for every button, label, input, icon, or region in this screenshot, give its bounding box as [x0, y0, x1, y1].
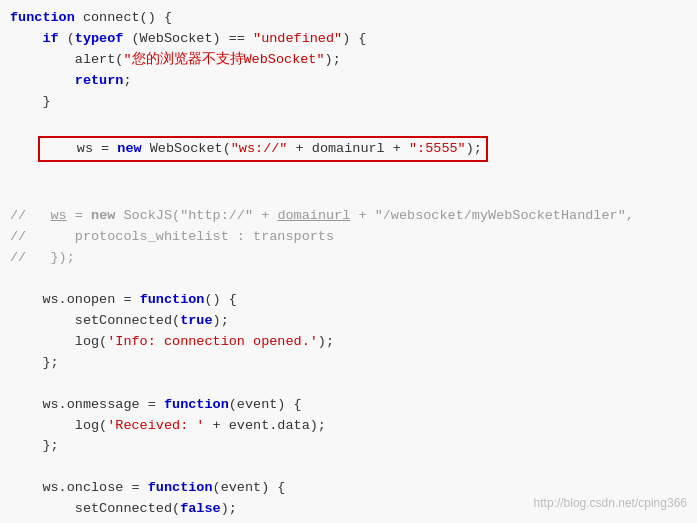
code-line-19: }; — [10, 436, 687, 457]
code-line-9: // protocols_whitelist : transports — [10, 227, 687, 248]
code-line-7 — [10, 185, 687, 206]
code-line-17: ws.onmessage = function(event) { — [10, 395, 687, 416]
code-line-3: alert("您的浏览器不支持WebSocket"); — [10, 50, 687, 71]
code-line-12: ws.onopen = function() { — [10, 290, 687, 311]
code-line-14: log('Info: connection opened.'); — [10, 332, 687, 353]
code-line-15: }; — [10, 353, 687, 374]
code-line-5: } — [10, 92, 687, 113]
code-line-8: // ws = new SockJS("http://" + domainurl… — [10, 206, 687, 227]
code-line-4: return; — [10, 71, 687, 92]
code-line-13: setConnected(true); — [10, 311, 687, 332]
code-line-6: ws = new WebSocket("ws://" + domainurl +… — [10, 115, 687, 184]
code-line-20 — [10, 457, 687, 478]
code-line-10: // }); — [10, 248, 687, 269]
watermark: http://blog.csdn.net/cping366 — [534, 494, 687, 513]
code-line-18: log('Received: ' + event.data); — [10, 416, 687, 437]
code-line-2: if (typeof (WebSocket) == "undefined") { — [10, 29, 687, 50]
code-line-16 — [10, 374, 687, 395]
code-editor: function connect() { if (typeof (WebSock… — [0, 0, 697, 523]
code-line-11 — [10, 269, 687, 290]
code-line-1: function connect() { — [10, 8, 687, 29]
